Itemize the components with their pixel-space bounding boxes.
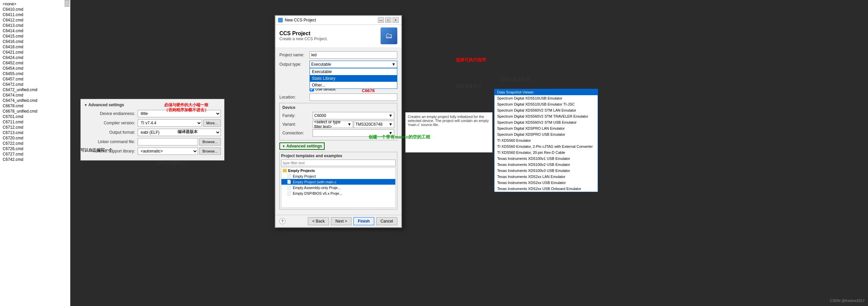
runtime-support-library-browse-button[interactable]: Browse... (199, 148, 221, 155)
file-list-item[interactable]: <none> (0, 1, 70, 7)
file-list-item[interactable]: C6412.cmd (0, 18, 70, 23)
help-button[interactable]: ? (279, 218, 285, 224)
cancel-button[interactable]: Cancel (376, 217, 397, 225)
file-list-item[interactable]: C6415.cmd (0, 33, 70, 39)
project-name-input[interactable] (310, 51, 397, 59)
connection-dropdown-item[interactable]: Texas Instruments XDS100v1 USB Emulator (494, 155, 598, 161)
minimize-button[interactable]: — (378, 18, 384, 23)
file-list-item[interactable]: C6701.cmd (0, 114, 70, 119)
variant-row: Variant: <select or type filter text> ▼ … (282, 121, 394, 128)
annotation-choose-exe: 选择可执行程序 (456, 57, 486, 63)
back-button[interactable]: < Back (308, 217, 329, 225)
output-type-option-other[interactable]: Other... (310, 82, 397, 89)
output-type-chevron: ▼ (392, 62, 396, 67)
runtime-support-library-row: Runtime support library: <automatic> Bro… (84, 148, 221, 155)
location-input[interactable] (310, 93, 397, 101)
output-format-select[interactable]: eabi (ELF) (138, 129, 221, 136)
file-list-item[interactable]: C6713.cmd (0, 130, 70, 135)
dialog-titlebar: New CCS Project — □ × (275, 16, 401, 25)
connection-dropdown-item[interactable]: Texas Instruments XDS100v3 USB Emulator (494, 167, 598, 174)
connection-dropdown-item[interactable]: Data Snapshot Viewer (494, 89, 598, 95)
connection-dropdown-item[interactable]: Spectrum Digital XDS560V2 STM LAN Emulat… (494, 107, 598, 113)
file-list-item[interactable]: C6410.cmd (0, 7, 70, 12)
file-list-item[interactable]: C6726.cmd (0, 146, 70, 152)
scroll-indicator[interactable] (65, 0, 69, 7)
project-name-label: Project name: (279, 53, 310, 57)
tree-item-empty-dsp-bios[interactable]: 📄 Empty DSP/BIOS v5.x Proje... (281, 190, 395, 196)
family-select[interactable]: C6000 ▼ (313, 112, 394, 119)
connection-row: Connection: ▼ (282, 129, 394, 137)
tree-item-empty-project-main[interactable]: 📄 Empty Project (with main.c (281, 179, 395, 185)
variant-filter-select[interactable]: <select or type filter text> ▼ (313, 121, 353, 128)
file-list-item[interactable]: C6722.cmd (0, 141, 70, 146)
file-list-item[interactable]: C6742.cmd (0, 157, 70, 162)
file-icon-empty-project-main: 📄 (287, 180, 291, 184)
file-list-item[interactable]: C6421.cmd (0, 50, 70, 55)
connection-dropdown-item[interactable]: Texas Instruments XDS2xx LAN Emulator (494, 174, 598, 180)
tree-item-empty-projects[interactable]: Empty Projects (281, 168, 395, 173)
compiler-version-more-button[interactable]: More... (203, 119, 221, 127)
file-list-item[interactable]: C6720.cmd (0, 135, 70, 141)
file-list-item[interactable]: C6474_unified.cmd (0, 98, 70, 103)
device-endianness-select[interactable]: little (138, 110, 221, 117)
family-value: C6000 (314, 113, 326, 118)
file-list: <none>C6410.cmdC6411.cmdC6412.cmdC6413.c… (0, 0, 70, 163)
tree-item-empty-project[interactable]: 📄 Empty Project (281, 173, 395, 179)
dialog-main-title: CCS Project (279, 31, 328, 36)
annotation-choose-runtime: 选择自动就可以了 (156, 160, 188, 166)
connection-dropdown-item[interactable]: Spectrum Digital XDSPRO LAN Emulator (494, 125, 598, 131)
next-button[interactable]: Next > (331, 217, 351, 225)
file-list-item[interactable]: C6727.cmd (0, 152, 70, 157)
close-button[interactable]: × (393, 18, 399, 23)
linker-command-file-input[interactable] (138, 138, 198, 146)
file-list-item[interactable]: C6472.cmd (0, 82, 70, 87)
file-list-item[interactable]: C6413.cmd (0, 23, 70, 28)
file-list-item[interactable]: C6452.cmd (0, 60, 70, 66)
connection-dropdown-item[interactable]: Spectrum Digital XDS510USB Emulator (494, 95, 598, 101)
output-type-select[interactable]: Executable ▼ (310, 61, 397, 68)
connection-dropdown-item[interactable]: Texas Instruments XDS2xx USB Emulator (494, 180, 598, 186)
file-list-item[interactable]: C6424.cmd (0, 55, 70, 60)
adv-settings-inline-title[interactable]: Advanced settings (279, 143, 324, 150)
file-list-item[interactable]: C6678_unified.cmd (0, 109, 70, 114)
connection-dropdown-item[interactable]: Texas Instruments XDS100v2 USB Emulator (494, 161, 598, 167)
connection-select[interactable]: ▼ (313, 129, 394, 137)
variant-value-select[interactable]: TMS320C6748 ▼ (354, 121, 394, 128)
connection-dropdown-item[interactable]: Texas Instruments XDS2xx USB Onboard Emu… (494, 186, 598, 192)
file-list-item[interactable]: C6678.cmd (0, 103, 70, 109)
output-type-option-static-library[interactable]: Static Library (310, 75, 397, 82)
file-list-item[interactable]: C6457.cmd (0, 76, 70, 82)
watermark: CSDN @Kshine2017 (830, 299, 865, 303)
file-list-item[interactable]: C6418.cmd (0, 44, 70, 50)
compiler-version-select[interactable]: TI v7.4.4 (138, 119, 202, 127)
file-list-item[interactable]: C6472_unified.cmd (0, 87, 70, 92)
file-list-item[interactable]: C6712.cmd (0, 125, 70, 130)
connection-dropdown-item[interactable]: TI XDS560 Emulator, 2-Pin cJTAG with Ext… (494, 144, 598, 150)
connection-dropdown-item[interactable]: Spectrum Digital XDS560V2 STM TRAVELER E… (494, 113, 598, 119)
finish-button[interactable]: Finish (353, 217, 374, 225)
file-list-item[interactable]: C6416.cmd (0, 39, 70, 44)
file-list-item[interactable]: C6411.cmd (0, 12, 70, 18)
project-templates-filter[interactable] (281, 159, 396, 166)
runtime-support-library-select[interactable]: <automatic> (138, 148, 198, 155)
file-list-item[interactable]: C6454.cmd (0, 66, 70, 71)
output-type-option-executable[interactable]: Executable (310, 68, 397, 75)
device-endianness-label: Device endianness: (84, 111, 138, 116)
file-list-item[interactable]: C6414.cmd (0, 28, 70, 33)
output-type-dropdown-wrapper: Executable ▼ Executable Static Library O… (310, 61, 397, 68)
adv-settings-title-left[interactable]: Advanced settings (84, 102, 221, 107)
maximize-button[interactable]: □ (385, 18, 391, 23)
connection-dropdown-item[interactable]: Spectrum Digital XDS510USB Emulator TI-J… (494, 101, 598, 107)
connection-dropdown-item[interactable]: TI XDS560 Emulator (494, 137, 598, 144)
connection-dropdown-item[interactable]: Spectrum Digital XDSPRO USB Emulator (494, 131, 598, 137)
linker-command-file-browse-button[interactable]: Browse... (199, 138, 221, 146)
connection-dropdown-item[interactable]: TI XDS560 Emulator, 20-pin Rev-D Cable (494, 150, 598, 155)
project-name-row: Project name: (279, 51, 397, 59)
file-list-item[interactable]: C6711.cmd (0, 119, 70, 125)
file-list-item[interactable]: C6455.cmd (0, 71, 70, 76)
variant-label: Variant: (282, 122, 313, 127)
tree-item-empty-assembly-only[interactable]: 📄 Empty Assembly-only Proje... (281, 185, 395, 190)
connection-dropdown-item[interactable]: Spectrum Digital XDS560V2 STM USB Emulat… (494, 119, 598, 125)
family-label: Family: (282, 113, 313, 118)
file-list-item[interactable]: C6474.cmd (0, 92, 70, 98)
